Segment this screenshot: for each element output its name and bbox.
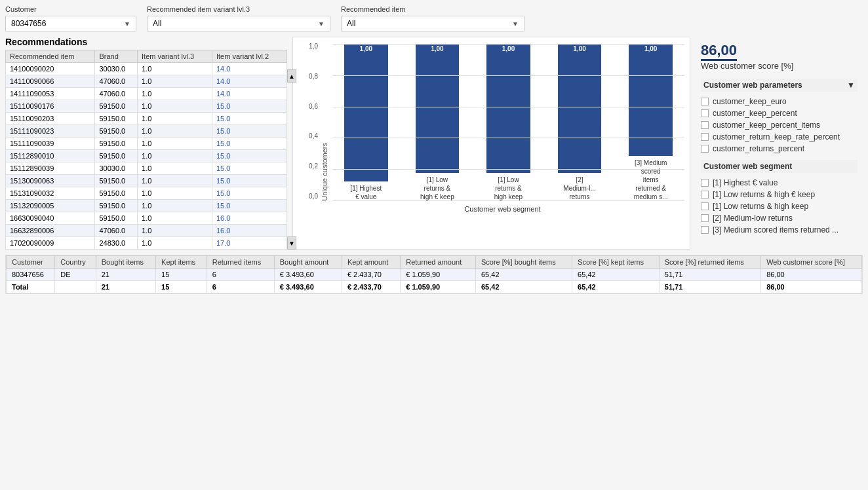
param-item: customer_keep_euro	[701, 96, 858, 107]
param-checkbox[interactable]	[701, 98, 709, 105]
y-tick-label: 0,6	[298, 103, 318, 110]
item-variant-filter-label: Recommended item variant lvl.3	[147, 5, 330, 13]
table-row: 1511009020359150.01.015.0	[6, 113, 287, 125]
recommended-item-filter-group: Recommended item All ▼	[341, 5, 524, 31]
left-panel: Recommendations Recommended item Brand I…	[5, 37, 287, 250]
recommended-item-filter-select[interactable]: All ▼	[341, 16, 524, 31]
segment-checkbox[interactable]	[701, 179, 709, 187]
param-checkbox[interactable]	[701, 121, 709, 129]
table-row: 1511289001059150.01.015.0	[6, 150, 287, 162]
customer-filter-label: Customer	[5, 5, 136, 13]
bottom-table: CustomerCountryBought itemsKept itemsRet…	[6, 255, 862, 293]
param-item: customer_keep_percent	[701, 107, 858, 119]
recommended-item-filter-value: All	[347, 19, 355, 28]
bar-x-label: [3] Medium scored items returned & mediu…	[634, 159, 668, 201]
segment-checkbox[interactable]	[701, 191, 709, 198]
table-row: 1663009004059150.01.016.0	[6, 212, 287, 225]
segment-checkbox[interactable]	[701, 202, 709, 210]
bar-x-label: [1] Low returns & high € keep	[420, 176, 454, 201]
table-row: 1411009006647060.01.014.0	[6, 75, 287, 88]
top-filters: Customer 80347656 ▼ Recommended item var…	[5, 5, 863, 31]
table-row: 1410009002030030.01.014.0	[6, 63, 287, 75]
bottom-col-header: Kept items	[156, 256, 207, 269]
score-label: Web customer score [%]	[701, 61, 858, 71]
params-list: customer_keep_eurocustomer_keep_percentc…	[701, 96, 858, 155]
x-axis-label: Customer web segment	[321, 205, 684, 213]
segment-label: [1] Low returns & high € keep	[713, 190, 815, 199]
bar-group: 1,00[1] Low returns & high keep	[475, 44, 542, 201]
recommended-item-chevron-down-icon: ▼	[512, 20, 519, 28]
param-label: customer_keep_percent_items	[713, 121, 820, 130]
bar-x-label: [1] Low returns & high keep	[494, 176, 523, 201]
y-axis-label: Unique customers	[321, 143, 328, 201]
recommended-item-filter-label: Recommended item	[341, 5, 524, 13]
params-section-title: Customer web parameters	[703, 81, 802, 90]
segment-item: [1] Low returns & high keep	[701, 200, 858, 212]
bar-group: 1,00[3] Medium scored items returned & m…	[617, 44, 684, 201]
total-row: Total21156€ 3.493,60€ 2.433,70€ 1.059,90…	[7, 281, 862, 293]
bar: 1,00	[344, 44, 388, 181]
y-tick-label: 0,8	[298, 73, 318, 80]
item-variant-filter-group: Recommended item variant lvl.3 All ▼	[147, 5, 330, 31]
table-row: 1663289000647060.01.016.0	[6, 225, 287, 237]
customer-filter-select[interactable]: 80347656 ▼	[5, 16, 136, 31]
table-row: 1511009017659150.01.015.0	[6, 100, 287, 113]
table-row: 1511109002359150.01.015.0	[6, 125, 287, 138]
recommendations-title: Recommendations	[5, 37, 287, 47]
segment-checkbox[interactable]	[701, 214, 709, 222]
y-tick-label: 0,4	[298, 132, 318, 140]
table-row: 1513009006359150.01.015.0	[6, 175, 287, 187]
segment-item: [3] Medium scored items returned ...	[701, 224, 858, 236]
segment-section-header: Customer web segment	[701, 160, 858, 173]
scroll-down-button[interactable]: ▼	[287, 236, 296, 250]
params-chevron-icon: ▼	[847, 81, 855, 90]
main-container: Customer 80347656 ▼ Recommended item var…	[0, 0, 868, 294]
bar-group: 1,00[2] Medium-l... returns	[546, 44, 614, 201]
bottom-col-header: Score [%] returned items	[659, 256, 760, 269]
bar-group: 1,00[1] Highest € value	[332, 44, 400, 201]
segment-label: [1] Highest € value	[713, 178, 778, 187]
bar: 1,00	[486, 44, 530, 173]
bottom-col-header: Web customer score [%]	[761, 256, 862, 269]
right-panel: 86,00 Web customer score [%] Customer we…	[696, 37, 863, 250]
item-variant-chevron-down-icon: ▼	[318, 20, 325, 28]
bar: 1,00	[629, 44, 673, 156]
param-item: customer_returns_percent	[701, 143, 858, 155]
table-row: 1511289003930030.01.015.0	[6, 162, 287, 175]
bottom-col-header: Bought items	[96, 256, 155, 269]
customer-filter-value: 80347656	[11, 19, 46, 28]
center-panel: 1,00,80,60,40,20,0 Unique customers 1,00…	[292, 37, 690, 250]
y-tick-label: 0,2	[298, 162, 318, 170]
segment-item: [2] Medium-low returns	[701, 212, 858, 224]
y-tick-label: 1,0	[298, 43, 318, 50]
table-row: 1411109005347060.01.014.0	[6, 88, 287, 100]
table-row: 1511109003959150.01.015.0	[6, 138, 287, 150]
recommendations-table-container: Recommended item Brand Item variant lvl.…	[5, 50, 287, 250]
bar-x-label: [1] Highest € value	[350, 184, 382, 201]
segment-section-title: Customer web segment	[703, 162, 792, 171]
param-checkbox[interactable]	[701, 133, 709, 141]
col-item-variant-lvl2: Item variant lvl.2	[212, 50, 287, 63]
table-row: 80347656DE21156€ 3.493,60€ 2.433,70€ 1.0…	[7, 269, 862, 281]
col-recommended-item: Recommended item	[6, 50, 95, 63]
param-label: customer_returns_percent	[713, 144, 804, 153]
bar: 1,00	[416, 44, 460, 173]
item-variant-filter-select[interactable]: All ▼	[147, 16, 330, 31]
param-checkbox[interactable]	[701, 109, 709, 117]
bars-container: 1,00[1] Highest € value1,00[1] Low retur…	[332, 44, 684, 201]
segment-item: [1] Low returns & high € keep	[701, 189, 858, 200]
scroll-up-button[interactable]: ▲	[287, 69, 296, 83]
param-checkbox[interactable]	[701, 145, 709, 153]
param-item: customer_return_keep_rate_percent	[701, 131, 858, 143]
bottom-col-header: Customer	[7, 256, 55, 269]
bar: 1,00	[558, 44, 602, 173]
bottom-col-header: Kept amount	[342, 256, 400, 269]
bottom-col-header: Score [%] bought items	[475, 256, 572, 269]
segment-checkbox[interactable]	[701, 226, 709, 234]
param-item: customer_keep_percent_items	[701, 119, 858, 131]
segment-label: [1] Low returns & high keep	[713, 202, 808, 211]
bottom-col-header: Country	[55, 256, 96, 269]
item-variant-filter-value: All	[153, 19, 161, 28]
table-row: 1702009000924830.01.017.0	[6, 237, 287, 250]
segments-list: [1] Highest € value[1] Low returns & hig…	[701, 177, 858, 236]
